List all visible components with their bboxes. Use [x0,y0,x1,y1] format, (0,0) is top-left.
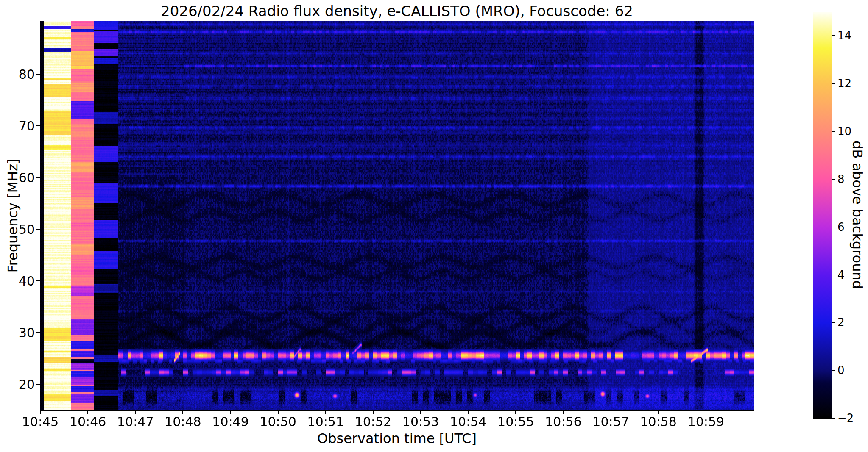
x-tick-mark [87,410,88,414]
colorbar-tick-label: −2 [837,412,854,424]
x-tick-mark [325,410,326,414]
x-tick-label: 10:52 [355,414,391,429]
x-tick-label: 10:56 [545,414,581,429]
spectrogram-canvas [40,21,754,410]
x-tick-mark [563,410,564,414]
colorbar-tick-mark [832,418,835,419]
callisto-spectrogram-figure: 2026/02/24 Radio flux density, e-CALLIST… [0,0,868,452]
colorbar-tick-label: 14 [837,29,851,42]
x-tick-mark [658,410,659,414]
x-tick-mark [420,410,421,414]
x-tick-label: 10:47 [117,414,154,429]
colorbar-tick-mark [832,322,835,323]
y-tick-label: 50 [19,222,35,236]
colorbar-label: dB above background [849,141,865,289]
x-tick-label: 10:59 [688,414,724,429]
x-tick-mark [515,410,516,414]
x-tick-label: 10:45 [22,414,59,429]
y-tick-mark [36,384,40,385]
x-tick-label: 10:57 [592,414,629,429]
colorbar-tick-label: 0 [837,364,845,377]
x-tick-label: 10:48 [165,414,201,429]
x-tick-mark [373,410,374,414]
colorbar-tick-label: 2 [837,316,845,329]
y-tick-label: 60 [19,170,35,185]
x-tick-mark [278,410,279,414]
y-tick-mark [36,177,40,178]
plot-area [40,21,754,410]
x-tick-mark [468,410,469,414]
x-tick-label: 10:46 [70,414,106,429]
y-axis-label: Frequency [MHz] [5,159,21,273]
y-tick-mark [36,229,40,230]
colorbar-tick-mark [832,227,835,227]
x-tick-label: 10:54 [450,414,486,429]
x-tick-mark [182,410,183,414]
y-tick-label: 70 [19,118,35,133]
y-tick-label: 40 [19,273,35,288]
colorbar [813,12,832,419]
y-tick-label: 80 [19,67,35,81]
y-tick-mark [36,280,40,281]
x-tick-mark [230,410,231,414]
y-tick-label: 30 [19,325,35,340]
x-axis-label: Observation time [UTC] [317,430,477,446]
y-tick-mark [36,332,40,333]
x-tick-label: 10:55 [497,414,534,429]
colorbar-tick-label: 4 [837,269,845,281]
colorbar-tick-mark [832,83,835,84]
colorbar-tick-mark [832,131,835,132]
x-tick-label: 10:50 [260,414,296,429]
colorbar-tick-label: 10 [837,125,851,138]
x-tick-label: 10:51 [307,414,344,429]
chart-title: 2026/02/24 Radio flux density, e-CALLIST… [161,3,633,19]
colorbar-tick-mark [832,35,835,36]
y-tick-label: 20 [19,377,35,391]
x-tick-mark [135,410,136,414]
x-tick-label: 10:58 [640,414,676,429]
y-tick-mark [36,74,40,75]
colorbar-tick-label: 12 [837,77,851,90]
y-tick-mark [36,125,40,126]
colorbar-tick-mark [832,179,835,180]
x-tick-label: 10:49 [212,414,248,429]
colorbar-tick-label: 6 [837,221,845,233]
x-tick-mark [40,410,41,414]
colorbar-tick-mark [832,370,835,371]
colorbar-tick-label: 8 [837,173,845,186]
x-tick-mark [611,410,611,414]
x-tick-label: 10:53 [402,414,439,429]
x-tick-mark [706,410,706,414]
colorbar-tick-mark [832,275,835,275]
